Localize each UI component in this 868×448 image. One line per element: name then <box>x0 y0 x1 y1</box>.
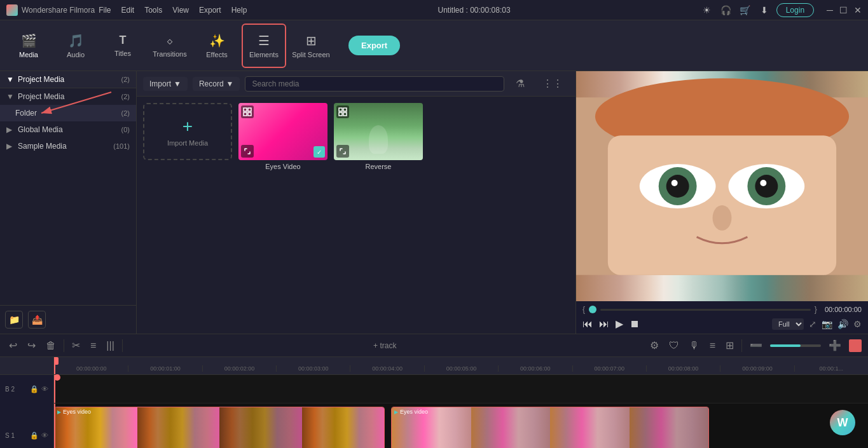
maximize-button[interactable]: ☐ <box>839 5 848 15</box>
timeline-toolbar: ↩ ↪ 🗑 ✂ ≡ ||| + track ⚙ 🛡 🎙 ≡ ⊞ ➖ ➕ <box>0 334 868 357</box>
redo-button[interactable]: ↪ <box>25 337 38 354</box>
cart-icon[interactable]: 🛒 <box>740 4 751 16</box>
menu-tools[interactable]: Tools <box>144 6 162 15</box>
login-button[interactable]: Login <box>776 3 814 17</box>
menu-export[interactable]: Export <box>199 6 221 15</box>
title-bar-title: Untitled : 00:00:08:03 <box>437 6 510 15</box>
panel-count: (2) <box>121 76 130 83</box>
menu-edit[interactable]: Edit <box>121 6 135 15</box>
import-button[interactable]: Import ▼ <box>143 77 188 91</box>
title-bar-left: Wondershare Filmora File Edit Tools View… <box>6 4 247 16</box>
preview-panel: { } 00:00:00:00 ⏮ ⏭ ▶ ⏹ Full ⤢ <box>575 71 868 334</box>
download-icon[interactable]: ⬇ <box>759 4 770 16</box>
zoom-in-button[interactable]: ➕ <box>826 337 844 354</box>
zoom-controls: + track <box>371 339 399 353</box>
export-media-button[interactable]: 📤 <box>28 311 46 329</box>
minimize-button[interactable]: ─ <box>827 5 833 15</box>
toolbar-media[interactable]: 🎬 Media <box>6 24 51 68</box>
split-view-button[interactable]: ⊞ <box>723 337 736 354</box>
clip-1-play-icon: ▶ <box>57 409 61 415</box>
title-bar: Wondershare Filmora File Edit Tools View… <box>0 0 868 20</box>
close-button[interactable]: ✕ <box>854 5 862 15</box>
panel-title: Project Media <box>18 75 64 84</box>
skip-back-button[interactable]: ⏮ <box>582 318 593 330</box>
clip-2-title: Eyes video <box>400 409 428 415</box>
timeline-progress-bar[interactable] <box>600 309 811 311</box>
plus-icon: + <box>183 116 193 137</box>
zoom-out-button[interactable]: ➖ <box>747 337 765 354</box>
playhead-handle[interactable] <box>54 357 59 365</box>
clip-2-label: ▶ Eyes video <box>394 409 428 415</box>
add-track-button[interactable]: + track <box>371 339 399 353</box>
fullscreen-button[interactable]: ⤢ <box>809 319 816 329</box>
shield-button[interactable]: 🛡 <box>666 337 682 354</box>
reverse-thumb[interactable]: Reverse <box>334 103 423 170</box>
video-clip-1[interactable]: ▶ Eyes video <box>54 407 385 448</box>
timeline-ruler: 00:00:00:00 00:00:01:00 00:00:02:00 00:0… <box>54 357 868 375</box>
toolbar-separator-3 <box>741 339 742 352</box>
preview-controls: { } 00:00:00:00 ⏮ ⏭ ▶ ⏹ Full ⤢ <box>576 301 868 334</box>
mic-button[interactable]: 🎙 <box>687 337 702 354</box>
titles-icon: T <box>120 34 127 47</box>
screenshot-button[interactable]: 📷 <box>822 319 832 329</box>
export-button[interactable]: Export <box>348 36 400 55</box>
toolbar-titles[interactable]: T Titles <box>100 24 145 68</box>
zoom-slider[interactable] <box>770 344 821 347</box>
tree-item-global-media[interactable]: ▶ Global Media (0) <box>0 121 136 138</box>
headphone-icon[interactable]: 🎧 <box>720 4 732 16</box>
grid-options-button[interactable]: ⋮⋮ <box>536 75 569 92</box>
record-button[interactable]: Record ▼ <box>193 77 240 91</box>
step-back-button[interactable]: ⏭ <box>599 318 609 330</box>
eye-icon-s1[interactable]: 👁 <box>41 431 48 440</box>
eyes-video-thumb[interactable]: ✓ Eyes Video <box>238 103 327 170</box>
ruler-mark-2: 00:00:02:00 <box>202 365 276 372</box>
toolbar-audio[interactable]: 🎵 Audio <box>53 24 98 68</box>
timeline-scroll-area[interactable]: 00:00:00:00 00:00:01:00 00:00:02:00 00:0… <box>54 357 868 448</box>
toolbar-elements[interactable]: ☰ Elements <box>242 24 286 68</box>
watermark-icon: W <box>837 416 848 430</box>
menu-file[interactable]: File <box>99 6 111 15</box>
settings-gear-button[interactable]: ⚙ <box>647 337 661 354</box>
toolbar-transitions[interactable]: ⬦ Transitions <box>148 24 192 68</box>
toolbar-separator-2 <box>122 339 123 352</box>
filter-button[interactable]: ⚗ <box>509 75 531 92</box>
grid-icon <box>243 107 252 116</box>
captions-button[interactable]: ≡ <box>707 337 718 354</box>
import-media-placeholder[interactable]: + Import Media <box>143 103 232 160</box>
new-folder-button[interactable]: 📁 <box>5 311 23 329</box>
menu-view[interactable]: View <box>172 6 189 15</box>
video-clip-2[interactable]: ▶ Eyes video <box>391 407 709 448</box>
tree-item-sample-media[interactable]: ▶ Sample Media (101) <box>0 138 136 154</box>
svg-point-15 <box>666 175 689 198</box>
lock-icon-b2[interactable]: 🔒 <box>30 385 39 393</box>
tree-item-project-media[interactable]: ▼ Project Media (2) <box>0 88 136 105</box>
audio-detach-button[interactable]: ≡ <box>88 337 99 354</box>
menu-help[interactable]: Help <box>231 6 247 15</box>
delete-button[interactable]: 🗑 <box>43 337 59 354</box>
cut-button[interactable]: ✂ <box>69 337 83 354</box>
undo-button[interactable]: ↩ <box>6 337 20 354</box>
preview-video-area <box>576 71 868 301</box>
preview-play-controls: ⏮ ⏭ ▶ ⏹ <box>582 318 640 330</box>
ruler-mark-9: 00:00:09:00 <box>720 365 794 372</box>
toolbar-effects[interactable]: ✨ Effects <box>195 24 239 68</box>
lock-icon-s1[interactable]: 🔒 <box>30 431 39 440</box>
waveform-button[interactable]: ||| <box>104 337 116 354</box>
expand-right-icon2: ▶ <box>6 142 15 151</box>
reverse-expand-icon <box>336 145 349 158</box>
sun-icon[interactable]: ☀ <box>701 4 713 16</box>
stop-button[interactable]: ⏹ <box>630 318 640 330</box>
play-button[interactable]: ▶ <box>616 318 623 330</box>
svg-point-16 <box>672 180 678 186</box>
search-input[interactable] <box>245 76 504 92</box>
quality-selector[interactable]: Full <box>772 318 804 330</box>
eye-icon-b2[interactable]: 👁 <box>41 385 48 393</box>
settings-icon-button[interactable]: ⚙ <box>853 319 862 329</box>
toolbar-splitscreen[interactable]: ⊞ Split Screen <box>289 24 333 68</box>
playhead-dot[interactable] <box>589 306 596 313</box>
tree-item-folder[interactable]: Folder (2) <box>0 105 136 121</box>
svg-rect-3 <box>248 108 251 111</box>
left-panel: ▼ Project Media (2) ▼ Project Media (2) … <box>0 71 137 334</box>
elements-icon: ☰ <box>258 33 270 48</box>
volume-button[interactable]: 🔊 <box>837 319 848 329</box>
